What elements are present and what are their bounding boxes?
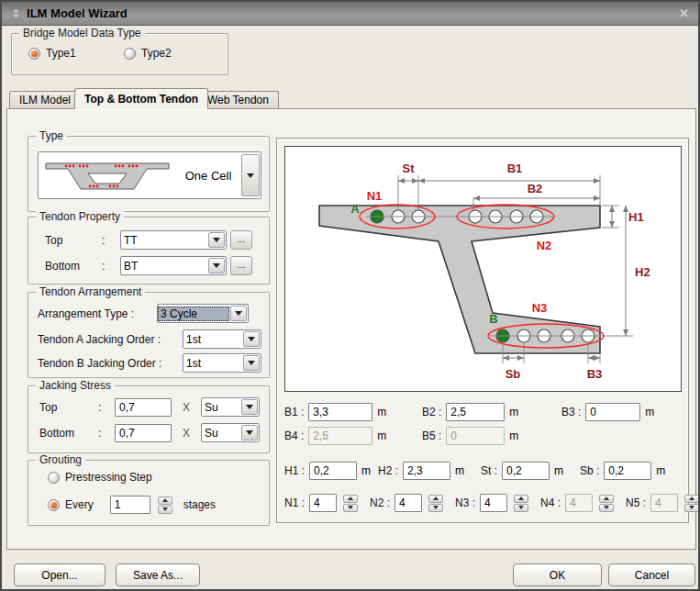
h2-unit: m — [455, 464, 464, 477]
chevron-down-icon[interactable] — [241, 154, 260, 196]
jacking-stress-group: Jacking Stress Top : X Su Bottom : X Su — [28, 385, 270, 453]
diagram-label-n2: N2 — [537, 239, 552, 252]
cross-section-diagram-box: St B1 B2 N1 A N2 H1 H2 N3 B Sb B3 — [284, 146, 682, 392]
h1-label: H1 : — [284, 464, 305, 477]
spin-down-icon[interactable] — [158, 506, 172, 514]
jacking-top-label: Top — [39, 401, 94, 414]
every-stages-stepper[interactable] — [158, 496, 172, 514]
jacking-bottom-unit-select[interactable]: Su — [201, 423, 260, 442]
h1-unit: m — [361, 464, 371, 477]
jacking-bottom-unit-value: Su — [202, 426, 240, 440]
type2-radio-icon[interactable] — [124, 48, 136, 60]
b5-label: B5 : — [422, 429, 441, 442]
b5-unit: m — [509, 429, 518, 442]
close-icon[interactable]: ✕ — [679, 6, 689, 20]
b5-input — [446, 427, 505, 445]
jacking-top-unit-select[interactable]: Su — [201, 397, 260, 417]
spin-up-icon[interactable] — [158, 496, 172, 505]
b4-label: B4 : — [284, 429, 304, 442]
b4-unit: m — [377, 429, 386, 442]
diagram-label-h1: H1 — [628, 210, 644, 224]
n4-stepper — [599, 495, 614, 512]
tab-web-tendon[interactable]: Web Tendon — [197, 91, 279, 109]
tendon-a-jacking-order-select[interactable]: 1st — [183, 329, 261, 349]
radio-type1[interactable]: Type1 — [28, 47, 76, 60]
n3-input[interactable] — [480, 494, 507, 512]
b3-input[interactable] — [585, 403, 640, 421]
n1-input[interactable] — [309, 494, 337, 512]
tendon-b-jacking-order-select[interactable]: 1st — [183, 353, 261, 373]
spin-down-icon[interactable] — [428, 504, 443, 512]
chevron-down-icon[interactable] — [208, 232, 225, 248]
st-input[interactable] — [502, 462, 550, 480]
st-label: St : — [481, 464, 497, 477]
colon: : — [102, 234, 117, 247]
spin-down-icon[interactable] — [514, 504, 528, 512]
title-bar[interactable]: ⇕ ILM Model Wizard ✕ — [2, 2, 698, 26]
chevron-down-icon[interactable] — [241, 399, 258, 415]
top-tendon-label: Top — [45, 234, 98, 247]
b2-label: B2 : — [422, 406, 441, 418]
spin-up-icon[interactable] — [428, 495, 443, 503]
n5-input — [650, 494, 678, 512]
tendon-a-jacking-order-value: 1st — [183, 332, 242, 347]
cancel-button[interactable]: Cancel — [608, 563, 695, 586]
bottom-tendon-select[interactable]: BT — [120, 256, 227, 275]
prestressing-step-radio-icon[interactable] — [48, 472, 60, 484]
grouting-group: Grouting Prestressing Step Every stages — [28, 460, 270, 526]
n5-label: N5 : — [626, 496, 646, 509]
window-icon: ⇕ — [11, 8, 20, 19]
save-as-button[interactable]: Save As... — [116, 563, 200, 586]
radio-prestressing-step[interactable]: Prestressing Step — [48, 471, 152, 484]
diagram-label-b1: B1 — [507, 162, 523, 175]
n1-stepper[interactable] — [343, 495, 358, 512]
spin-up-icon[interactable] — [343, 495, 358, 503]
chevron-down-icon[interactable] — [243, 355, 260, 371]
chevron-down-icon[interactable] — [243, 331, 260, 347]
jacking-bottom-input[interactable] — [115, 424, 172, 442]
every-stages-input[interactable] — [110, 496, 150, 514]
cross-section-diagram: St B1 B2 N1 A N2 H1 H2 N3 B Sb B3 — [285, 147, 681, 391]
type-group-title: Type — [36, 129, 67, 142]
stages-label: stages — [183, 498, 216, 511]
bottom-tendon-browse-button[interactable]: ... — [230, 256, 252, 275]
h2-input[interactable] — [403, 462, 450, 480]
cell-type-select[interactable]: One Cell — [38, 151, 261, 199]
b2-unit: m — [509, 406, 518, 418]
jacking-bottom-label: Bottom — [39, 427, 94, 440]
top-tendon-browse-button[interactable]: ... — [230, 230, 252, 250]
radio-type2[interactable]: Type2 — [124, 47, 172, 60]
h1-input[interactable] — [309, 462, 357, 480]
n2-stepper[interactable] — [428, 495, 443, 512]
chevron-down-icon[interactable] — [230, 306, 247, 321]
chevron-down-icon[interactable] — [208, 258, 225, 273]
ok-button[interactable]: OK — [513, 563, 602, 586]
n2-input[interactable] — [394, 494, 422, 512]
section-parameters-panel: St B1 B2 N1 A N2 H1 H2 N3 B Sb B3 — [276, 138, 689, 523]
n5-stepper — [684, 495, 699, 512]
top-tendon-select[interactable]: TT — [120, 230, 227, 250]
chevron-down-icon[interactable] — [241, 425, 258, 440]
jacking-stress-title: Jacking Stress — [36, 379, 115, 392]
spin-up-icon[interactable] — [514, 495, 528, 503]
type1-radio-icon[interactable] — [28, 48, 40, 60]
n3-stepper[interactable] — [514, 495, 528, 512]
b1-input[interactable] — [308, 403, 372, 421]
tab-top-bottom-tendon[interactable]: Top & Bottom Tendon — [74, 88, 208, 109]
open-button[interactable]: Open... — [14, 563, 106, 586]
radio-every-stages[interactable]: Every stages — [48, 496, 216, 514]
tab-content-panel: Type One Cell Tend — [6, 108, 696, 550]
sb-unit: m — [656, 464, 665, 477]
spin-down-icon[interactable] — [343, 504, 358, 512]
spin-up-icon — [684, 495, 699, 503]
type-group: Type One Cell — [28, 136, 270, 212]
arrangement-type-label: Arrangement Type : — [38, 307, 134, 320]
spin-down-icon — [599, 504, 614, 512]
jacking-top-input[interactable] — [115, 398, 172, 417]
diagram-label-st: St — [403, 162, 416, 175]
every-radio-icon[interactable] — [48, 499, 60, 511]
tab-ilm-model[interactable]: ILM Model — [9, 91, 81, 109]
sb-input[interactable] — [604, 462, 651, 480]
arrangement-type-select[interactable]: 3 Cycle — [157, 304, 249, 323]
b2-input[interactable] — [446, 403, 505, 421]
